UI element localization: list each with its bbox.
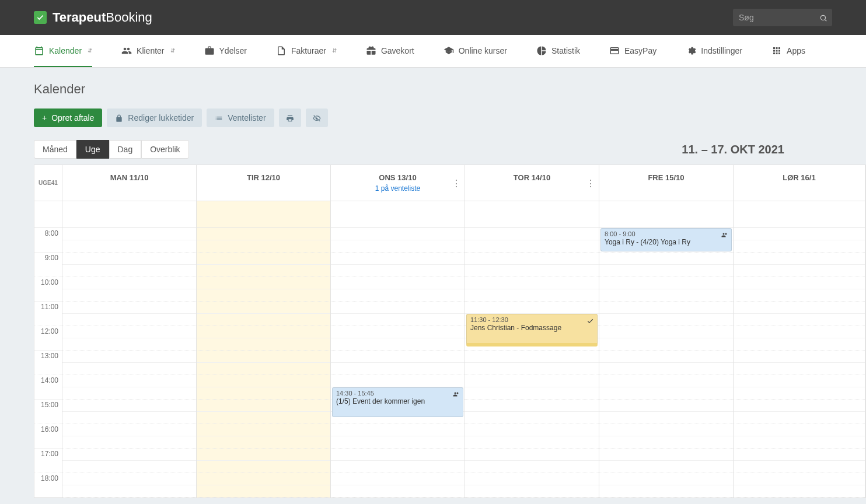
day-col-wed[interactable]: 14:30 - 15:45 (1/5) Event der kommer ige… [331,228,465,498]
view-overview-button[interactable]: Overblik [141,140,188,159]
gear-icon [686,44,696,57]
day-col-tue[interactable] [197,228,331,498]
navbar: Kalender ⇵ Klienter ⇵ Ydelser Fakturaer … [0,35,866,68]
btn-label: Rediger lukketider [128,113,194,123]
event-time: 8:00 - 9:00 [605,230,728,237]
nav-klienter[interactable]: Klienter ⇵ [121,35,174,67]
nav-ydelser[interactable]: Ydelser [204,35,247,67]
gift-icon [366,44,376,57]
edit-closing-times-button[interactable]: Rediger lukketider [107,108,202,127]
calendar: UGE41 MAN 11/10 TIR 12/10 ONS 13/10 1 på… [34,164,866,498]
briefcase-icon [204,44,215,57]
logo[interactable]: TerapeutBooking [34,10,152,25]
search-box [733,9,832,26]
day-menu-icon[interactable]: ⋮ [452,177,461,188]
document-icon [276,44,287,57]
day-col-sat[interactable] [734,228,865,498]
week-number: UGE41 [34,165,62,201]
event-title: Yoga i Ry - (4/20) Yoga i Ry [605,238,728,246]
all-day-cell[interactable] [331,201,465,228]
search-input[interactable] [733,9,832,26]
all-day-cell[interactable] [734,201,865,228]
calendar-icon [34,44,44,57]
search-icon[interactable] [819,12,827,23]
calendar-event[interactable]: 14:30 - 15:45 (1/5) Event der kommer ige… [332,387,463,417]
calendar-event[interactable]: 11:30 - 12:30 Jens Christian - Fodmassag… [466,314,598,346]
group-icon [453,390,460,398]
check-icon [586,316,594,324]
topbar: TerapeutBooking [0,0,866,35]
nav-gavekort[interactable]: Gavekort [366,35,414,67]
day-head-wed[interactable]: ONS 13/10 1 på venteliste ⋮ [331,165,465,201]
page-title: Kalender [34,82,866,97]
time-label: 16:00 [34,424,62,449]
nav-onlinekurser[interactable]: Online kurser [444,35,507,67]
time-label: 18:00 [34,473,62,498]
day-head-tue[interactable]: TIR 12/10 [197,165,331,201]
nav-label: Apps [787,46,805,55]
logo-check-icon [34,11,47,24]
all-day-cell[interactable] [599,201,734,228]
all-day-cell[interactable] [465,201,599,228]
btn-label: Opret aftale [51,113,94,123]
nav-kalender[interactable]: Kalender ⇵ [34,35,92,67]
nav-easypay[interactable]: EasyPay [609,35,657,67]
day-head-mon[interactable]: MAN 11/10 [62,165,197,201]
all-day-cell[interactable] [62,201,197,228]
date-range: 11. – 17. OKT 2021 [682,143,784,156]
btn-label: Ventelister [228,113,266,123]
svg-point-0 [820,15,825,20]
view-toolbar: Måned Uge Dag Overblik 11. – 17. OKT 202… [34,140,866,159]
group-icon [721,230,728,239]
content: Kalender + Opret aftale Rediger lukketid… [0,68,866,498]
day-head-thu[interactable]: TOR 14/10 ⋮ [465,165,599,201]
calendar-header: UGE41 MAN 11/10 TIR 12/10 ONS 13/10 1 på… [34,165,865,201]
time-label: 14:00 [34,375,62,400]
day-head-sat[interactable]: LØR 16/1 [734,165,865,201]
time-label: 10:00 [34,277,62,302]
caret-icon: ⇵ [170,47,175,54]
view-day-button[interactable]: Dag [109,140,142,159]
view-week-button[interactable]: Uge [76,140,109,159]
day-menu-icon[interactable]: ⋮ [586,177,595,188]
day-col-fri[interactable]: 8:00 - 9:00 Yoga i Ry - (4/20) Yoga i Ry [599,228,734,498]
nav-label: Ydelser [219,46,247,55]
event-title: (1/5) Event der kommer igen [336,397,459,405]
visibility-button[interactable] [306,108,328,127]
nav-fakturaer[interactable]: Fakturaer ⇵ [276,35,337,67]
nav-label: Gavekort [381,46,414,55]
apps-icon [771,44,782,57]
day-head-fri[interactable]: FRE 15/10 [599,165,734,201]
view-month-button[interactable]: Måned [34,140,76,159]
create-appointment-button[interactable]: + Opret aftale [34,108,102,127]
time-label: 8:00 [34,228,62,253]
waiting-lists-button[interactable]: Ventelister [207,108,274,127]
time-label: 13:00 [34,351,62,375]
time-label: 12:00 [34,326,62,351]
day-col-mon[interactable] [62,228,197,498]
nav-statistik[interactable]: Statistik [536,35,580,67]
time-label: 11:00 [34,302,62,326]
brand-light: Booking [106,10,152,24]
toolbar: + Opret aftale Rediger lukketider Ventel… [34,108,866,127]
print-icon [286,113,294,123]
card-icon [609,44,620,57]
event-time: 14:30 - 15:45 [336,390,459,397]
calendar-body: 8:00 9:00 10:00 11:00 12:00 13:00 14:00 … [34,228,865,498]
nav-apps[interactable]: Apps [771,35,805,67]
day-col-thu[interactable]: 11:30 - 12:30 Jens Christian - Fodmassag… [465,228,599,498]
nav-label: EasyPay [624,46,657,55]
nav-label: Online kurser [459,46,507,55]
lock-icon [115,113,123,123]
nav-indstillinger[interactable]: Indstillinger [686,35,742,67]
graduation-icon [444,44,454,57]
nav-label: Statistik [551,46,580,55]
calendar-event[interactable]: 8:00 - 9:00 Yoga i Ry - (4/20) Yoga i Ry [600,228,732,251]
brand-strong: Terapeut [53,10,106,24]
print-button[interactable] [279,108,301,127]
time-column: 8:00 9:00 10:00 11:00 12:00 13:00 14:00 … [34,228,62,498]
all-day-cell[interactable] [197,201,331,228]
waiting-list-link[interactable]: 1 på venteliste [334,184,461,192]
event-title: Jens Christian - Fodmassage [470,324,593,332]
nav-label: Kalender [49,46,82,55]
